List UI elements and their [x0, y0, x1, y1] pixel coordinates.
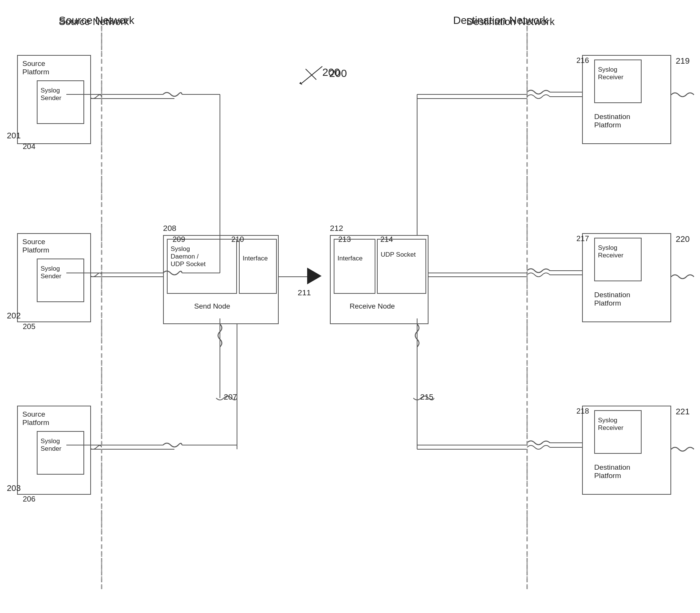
ref-200: 200	[329, 67, 347, 80]
id-211: 211	[298, 288, 311, 297]
syslog-daemon-box: SyslogDaemon /UDP Socket	[167, 239, 237, 294]
id-204: 204	[23, 142, 35, 151]
interface-recv-label: Interface	[337, 255, 363, 262]
interface-send-label: Interface	[243, 255, 268, 262]
source-platform-2-box: SourcePlatform SyslogSender	[17, 233, 91, 322]
syslog-sender-2-label: SyslogSender	[41, 265, 61, 280]
syslog-daemon-label: SyslogDaemon /UDP Socket	[171, 245, 206, 268]
interface-send-box: Interface	[239, 239, 277, 294]
source-platform-1-box: SourcePlatform SyslogSender	[17, 55, 91, 144]
source-network-header: Source Network	[59, 14, 134, 27]
syslog-receiver-3-label: SyslogReceiver	[598, 417, 623, 432]
source-platform-3-label: SourcePlatform	[22, 410, 49, 427]
source-platform-1-label: SourcePlatform	[22, 60, 49, 76]
id-201: 201	[7, 131, 21, 141]
id-205: 205	[23, 322, 35, 331]
diagram: Source Network Destination Network 200 S…	[0, 0, 700, 613]
receive-node-box: Interface UDP Socket Receive Node	[330, 235, 428, 324]
id-210: 210	[231, 235, 244, 244]
id-203: 203	[7, 483, 21, 493]
syslog-receiver-2-label: SyslogReceiver	[598, 244, 623, 259]
source-platform-3-box: SourcePlatform SyslogSender	[17, 406, 91, 495]
id-218: 218	[576, 407, 589, 415]
diagram-arrow	[305, 69, 317, 80]
syslog-receiver-1-box: SyslogReceiver	[594, 60, 642, 103]
send-node-box: SyslogDaemon /UDP Socket Interface Send …	[163, 235, 279, 324]
id-209: 209	[173, 235, 185, 244]
id-219: 219	[676, 56, 690, 66]
syslog-sender-2-box: SyslogSender	[37, 259, 84, 302]
id-206: 206	[23, 495, 35, 503]
id-214: 214	[380, 235, 393, 244]
syslog-receiver-2-box: SyslogReceiver	[594, 238, 642, 281]
syslog-sender-1-box: SyslogSender	[37, 80, 84, 124]
syslog-sender-1-label: SyslogSender	[41, 87, 61, 102]
send-node-label: Send Node	[194, 302, 230, 310]
dest-platform-3-label: DestinationPlatform	[594, 463, 630, 480]
syslog-sender-3-box: SyslogSender	[37, 431, 84, 475]
id-212: 212	[330, 224, 343, 233]
svg-marker-44	[299, 82, 302, 85]
receive-node-label: Receive Node	[350, 302, 395, 310]
udp-socket-box: UDP Socket	[377, 239, 426, 294]
id-220: 220	[676, 234, 690, 244]
id-202: 202	[7, 311, 21, 321]
syslog-sender-3-label: SyslogSender	[41, 437, 61, 453]
id-217: 217	[576, 234, 589, 243]
id-221: 221	[676, 407, 690, 417]
id-213: 213	[338, 235, 351, 244]
dest-platform-1-label: DestinationPlatform	[594, 113, 630, 129]
destination-network-header: Destination Network	[453, 14, 548, 27]
id-215: 215	[420, 392, 433, 401]
id-216: 216	[576, 56, 589, 65]
dest-platform-2-label: DestinationPlatform	[594, 291, 630, 307]
syslog-receiver-1-label: SyslogReceiver	[598, 66, 623, 81]
dest-platform-2-box: SyslogReceiver DestinationPlatform	[582, 233, 671, 322]
source-platform-2-label: SourcePlatform	[22, 238, 49, 254]
syslog-receiver-3-box: SyslogReceiver	[594, 410, 642, 454]
udp-socket-label: UDP Socket	[381, 251, 416, 259]
id-208: 208	[163, 224, 176, 233]
dest-platform-1-box: SyslogReceiver DestinationPlatform	[582, 55, 671, 144]
send-receive-arrow	[307, 268, 322, 284]
interface-recv-box: Interface	[334, 239, 375, 294]
dest-platform-3-box: SyslogReceiver DestinationPlatform	[582, 406, 671, 495]
id-207: 207	[224, 392, 237, 401]
